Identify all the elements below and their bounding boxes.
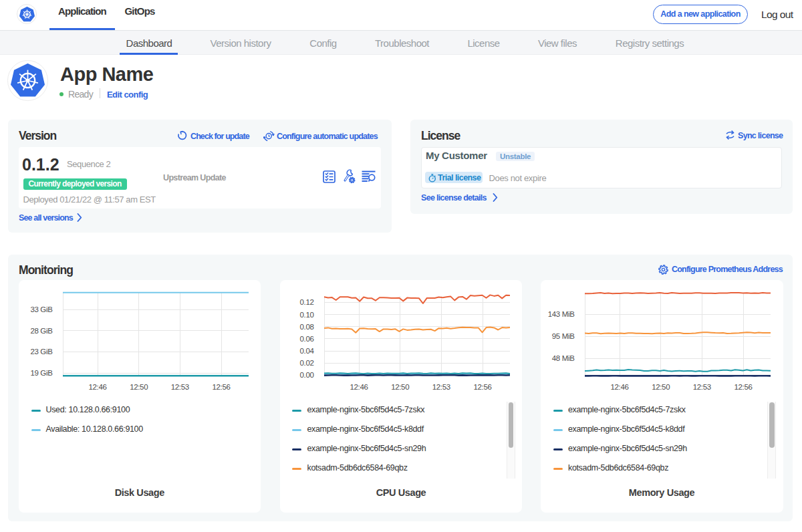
svg-text:0.10: 0.10 — [299, 311, 313, 319]
svg-text:12:53: 12:53 — [432, 383, 450, 391]
svg-text:12:56: 12:56 — [212, 383, 230, 391]
svg-text:33 GiB: 33 GiB — [30, 305, 53, 313]
svg-text:12:46: 12:46 — [610, 383, 628, 391]
svg-text:95 MiB: 95 MiB — [552, 332, 575, 340]
svg-text:12:56: 12:56 — [473, 383, 491, 391]
svg-text:12:53: 12:53 — [693, 383, 711, 391]
svg-text:143 MiB: 143 MiB — [548, 310, 575, 318]
svg-text:23 GiB: 23 GiB — [30, 348, 53, 356]
svg-text:12:50: 12:50 — [391, 383, 409, 391]
svg-text:12:50: 12:50 — [130, 383, 148, 391]
svg-text:0.12: 0.12 — [299, 298, 313, 306]
svg-text:0.08: 0.08 — [299, 323, 313, 331]
svg-text:12:46: 12:46 — [350, 383, 368, 391]
svg-text:12:46: 12:46 — [88, 383, 106, 391]
svg-text:12:50: 12:50 — [652, 383, 670, 391]
svg-text:12:56: 12:56 — [734, 383, 752, 391]
svg-text:12:53: 12:53 — [170, 383, 188, 391]
svg-text:0.06: 0.06 — [299, 335, 313, 343]
svg-text:48 MiB: 48 MiB — [552, 354, 575, 362]
svg-text:19 GiB: 19 GiB — [30, 369, 53, 377]
svg-text:0.04: 0.04 — [299, 347, 314, 355]
svg-text:0.00: 0.00 — [299, 371, 313, 379]
svg-text:28 GiB: 28 GiB — [30, 327, 53, 335]
svg-text:0.02: 0.02 — [299, 359, 313, 367]
